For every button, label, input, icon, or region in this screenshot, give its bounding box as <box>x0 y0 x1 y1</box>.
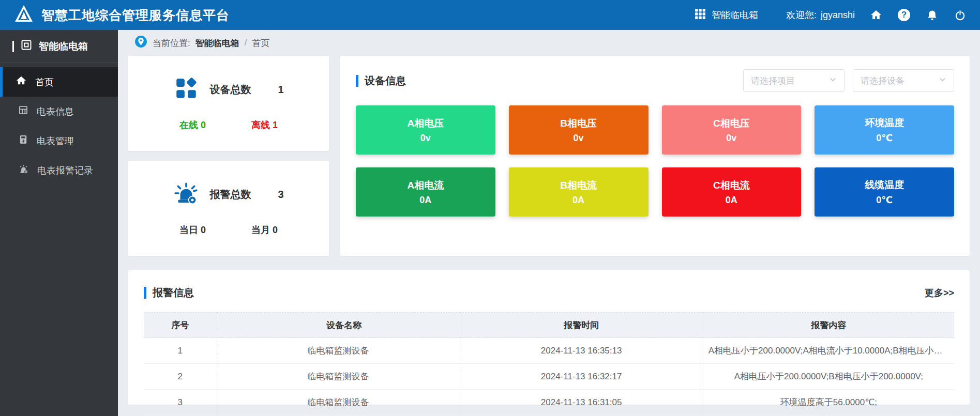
tile-phase-c-voltage: C相电压0v <box>662 105 802 155</box>
topbar-right: 智能临电箱 欢迎您: jgyanshi ? <box>694 8 967 23</box>
device-total-value: 1 <box>278 84 283 96</box>
sidebar-item-label: 首页 <box>35 76 54 88</box>
cell-time: 2024-11-13 16:31:05 <box>460 390 703 415</box>
more-link[interactable]: 更多>> <box>925 287 954 299</box>
cell-time: 2024-11-13 16:32:17 <box>460 364 703 390</box>
cell-content: A相电压小于200.0000V;B相电压小于200.0000V; <box>703 364 954 390</box>
sidebar-title-label: 智能临电箱 <box>39 40 88 53</box>
cell-device: 临电箱监测设备 <box>217 364 460 390</box>
col-header-device: 设备名称 <box>217 313 460 338</box>
welcome-block: 欢迎您: jgyanshi <box>786 9 855 21</box>
col-header-content: 报警内容 <box>703 313 954 338</box>
device-panel-title: 设备信息 <box>356 74 406 88</box>
today-count: 当日 0 <box>179 224 206 236</box>
cell-index: 1 <box>144 338 217 364</box>
alarm-record-icon <box>18 164 29 177</box>
meter-manage-icon <box>18 134 28 147</box>
breadcrumb: 当前位置: 智能临电箱 / 首页 <box>128 30 970 56</box>
sidebar-item-label: 电表信息 <box>37 105 74 118</box>
device-info-panel: 设备信息 请选择项目 请选择设备 <box>340 56 970 256</box>
offline-count: 离线 1 <box>251 119 278 131</box>
alarm-total-icon <box>173 180 199 208</box>
project-select-placeholder: 请选择项目 <box>751 75 795 87</box>
month-count: 当月 0 <box>251 224 278 236</box>
power-icon[interactable] <box>953 8 967 22</box>
alarm-panel-title: 报警信息 <box>144 286 194 300</box>
device-select[interactable]: 请选择设备 <box>853 69 954 92</box>
brand: 智慧工地综合管理服务信息平台 <box>13 4 230 26</box>
alarm-total-label: 报警总数 <box>209 188 251 202</box>
sidebar-item-meter-info[interactable]: 电表信息 <box>0 97 118 126</box>
help-icon[interactable]: ? <box>897 8 911 22</box>
cell-content: A相电压小于200.0000V;A相电流小于10.0000A;B相电压小于... <box>703 338 954 364</box>
filter-selects: 请选择项目 请选择设备 <box>743 69 954 92</box>
cell-device: 临电箱监测设备 <box>217 338 460 364</box>
col-header-time: 报警时间 <box>460 313 703 338</box>
sidebar-item-home[interactable]: 首页 <box>0 67 118 97</box>
top-content-row: 设备总数 1 在线 0 离线 1 <box>128 56 970 256</box>
breadcrumb-current[interactable]: 首页 <box>252 37 269 49</box>
cell-index: 2 <box>144 364 217 390</box>
username: jgyanshi <box>821 10 855 21</box>
chevron-down-icon <box>829 75 837 86</box>
tick-decoration <box>12 41 14 52</box>
location-pin-icon <box>134 35 147 51</box>
welcome-label: 欢迎您: <box>786 9 817 21</box>
table-row: 1 临电箱监测设备 2024-11-13 16:35:13 A相电压小于200.… <box>144 338 954 364</box>
meter-info-icon <box>18 105 28 118</box>
logo-icon <box>13 4 34 26</box>
sidebar-item-alarm-records[interactable]: 电表报警记录 <box>0 156 118 185</box>
cell-index: 3 <box>144 390 217 415</box>
device-total-label: 设备总数 <box>209 83 251 97</box>
main-content: 当前位置: 智能临电箱 / 首页 <box>118 30 980 416</box>
device-select-placeholder: 请选择设备 <box>861 75 904 87</box>
device-total-card: 设备总数 1 在线 0 离线 1 <box>128 56 329 151</box>
tile-phase-a-voltage: A相电压0v <box>356 105 495 155</box>
sidebar-title: 智能临电箱 <box>0 30 118 63</box>
breadcrumb-prefix: 当前位置: <box>153 37 190 49</box>
sidebar-item-label: 电表管理 <box>37 135 74 147</box>
sidebar-item-meter-manage[interactable]: 电表管理 <box>0 126 118 156</box>
chevron-down-icon <box>939 75 946 86</box>
col-header-index: 序号 <box>144 313 217 338</box>
project-select[interactable]: 请选择项目 <box>743 69 845 92</box>
breadcrumb-root[interactable]: 智能临电箱 <box>195 37 239 49</box>
device-total-icon <box>173 75 199 103</box>
sidebar-menu: 首页 电表信息 电表管 <box>0 63 118 185</box>
tile-phase-c-current: C相电流0A <box>662 167 802 217</box>
cell-time: 2024-11-13 16:35:13 <box>460 338 703 364</box>
tile-ambient-temperature: 环境温度0℃ <box>815 105 954 155</box>
title-accent-bar <box>144 287 146 299</box>
sidebar-item-label: 电表报警记录 <box>37 164 93 177</box>
table-row: 2 临电箱监测设备 2024-11-13 16:32:17 A相电压小于200.… <box>144 364 954 390</box>
notification-bell-icon[interactable] <box>925 8 939 22</box>
breadcrumb-separator: / <box>245 38 247 48</box>
tile-phase-b-voltage: B相电压0v <box>509 105 649 155</box>
cell-device: 临电箱监测设备 <box>217 390 460 415</box>
home-icon[interactable] <box>869 8 883 22</box>
tile-cable-temperature: 线缆温度0℃ <box>815 167 954 217</box>
alarm-total-card: 报警总数 3 当日 0 当月 0 <box>128 161 329 256</box>
app-switcher-label: 智能临电箱 <box>712 9 758 21</box>
alarm-table: 序号 设备名称 报警时间 报警内容 1 临电箱监测设备 2024-11-13 1… <box>144 312 954 415</box>
sidebar: 智能临电箱 首页 电表信息 <box>0 30 118 416</box>
page: 智慧工地综合管理服务信息平台 智能临电箱 欢迎您: jgyanshi <box>0 0 980 416</box>
cell-content: 环境温度高于56.0000℃; <box>703 390 954 415</box>
tile-phase-a-current: A相电流0A <box>356 167 495 217</box>
tile-phase-b-current: B相电流0A <box>509 167 649 217</box>
stats-column: 设备总数 1 在线 0 离线 1 <box>128 56 329 256</box>
title-accent-bar <box>356 75 358 87</box>
table-header-row: 序号 设备名称 报警时间 报警内容 <box>144 313 954 338</box>
online-count: 在线 0 <box>179 119 206 131</box>
grid-icon <box>694 8 706 23</box>
top-header-bar: 智慧工地综合管理服务信息平台 智能临电箱 欢迎您: jgyanshi <box>0 0 980 30</box>
metric-tiles: A相电压0v B相电压0v C相电压0v 环境温度0℃ A相电流0A <box>356 105 954 217</box>
app-switcher[interactable]: 智能临电箱 <box>694 8 758 23</box>
table-row: 3 临电箱监测设备 2024-11-13 16:31:05 环境温度高于56.0… <box>144 390 954 415</box>
home-icon <box>16 75 27 89</box>
alarm-info-panel: 报警信息 更多>> 序号 设备名称 报警时间 报警内容 1 <box>128 270 970 405</box>
page-title: 智慧工地综合管理服务信息平台 <box>41 7 230 24</box>
module-icon <box>20 39 33 54</box>
alarm-total-value: 3 <box>278 189 283 201</box>
